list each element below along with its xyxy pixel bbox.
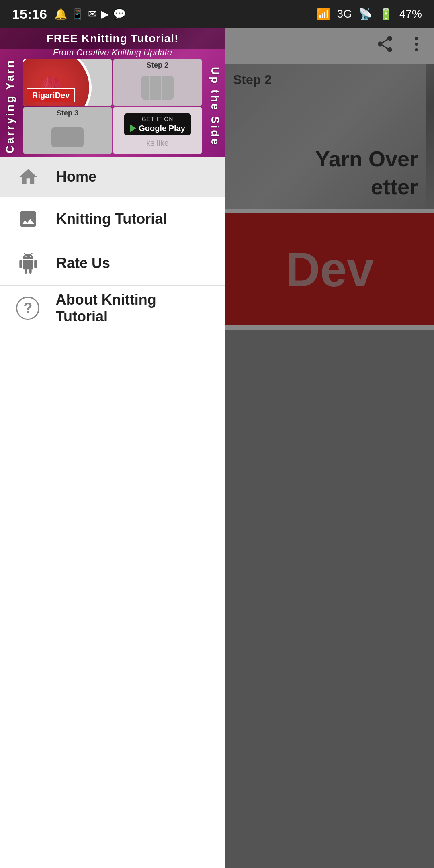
step2-label-grid: Step 2 xyxy=(147,61,168,70)
notification-icon-2: 📱 xyxy=(71,8,84,20)
looks-like-text: ks like xyxy=(146,139,169,148)
nav-item-about[interactable]: ? About Knitting Tutorial xyxy=(0,286,225,330)
drawer-empty-space xyxy=(0,330,225,868)
nav-item-home[interactable]: Home xyxy=(0,157,225,197)
grid-cell-top-left: Step 1 🧶 RigariDev xyxy=(23,59,112,106)
navigation-drawer: FREE Knitting Tutorial! From Creative Kn… xyxy=(0,28,225,868)
vertical-text-left: Carrying Yarn xyxy=(0,56,20,157)
question-icon: ? xyxy=(16,296,40,320)
play-triangle-icon xyxy=(130,124,136,132)
svg-rect-7 xyxy=(51,127,84,147)
image-icon xyxy=(16,207,40,231)
svg-rect-4 xyxy=(141,76,174,100)
header-image-grid: Step 1 🧶 RigariDev Step 2 xyxy=(20,56,205,157)
knitting-tutorial-label: Knitting Tutorial xyxy=(56,211,167,227)
drawer-header: FREE Knitting Tutorial! From Creative Kn… xyxy=(0,28,225,157)
vertical-text-right: Up the Side xyxy=(205,56,225,157)
about-label: About Knitting Tutorial xyxy=(56,291,209,325)
up-the-side-text: Up the Side xyxy=(209,67,221,146)
nav-item-rate-us[interactable]: Rate Us xyxy=(0,241,225,285)
rigari-dev-text: RigariDev xyxy=(32,91,70,100)
drawer-overlay[interactable] xyxy=(225,28,434,868)
rigari-dev-badge: RigariDev xyxy=(27,88,75,102)
grid-cell-bottom-right: GET IT ON Google Play ks like xyxy=(113,107,202,154)
notification-icon-4: ▶ xyxy=(101,8,109,20)
google-play-text: Google Play xyxy=(139,124,185,133)
step3-label-grid: Step 3 xyxy=(57,109,78,117)
rate-us-label: Rate Us xyxy=(56,255,110,272)
android-icon xyxy=(16,251,40,275)
status-bar-left: 15:16 🔔 📱 ✉ ▶ 💬 xyxy=(12,6,126,22)
notification-icon-3: ✉ xyxy=(88,8,97,20)
network-type: 3G xyxy=(337,8,352,20)
status-time: 15:16 xyxy=(12,6,47,22)
wifi-icon: 📡 xyxy=(358,8,373,21)
nav-item-knitting-tutorial[interactable]: Knitting Tutorial xyxy=(0,197,225,241)
signal-bars-icon: 📶 xyxy=(317,8,331,21)
battery-icon: 🔋 xyxy=(379,8,393,21)
notification-icon-1: 🔔 xyxy=(54,8,67,20)
home-icon xyxy=(16,165,40,189)
battery-percentage: 47% xyxy=(399,8,422,20)
google-play-badge[interactable]: GET IT ON Google Play xyxy=(124,113,191,135)
status-bar: 15:16 🔔 📱 ✉ ▶ 💬 📶 3G 📡 🔋 47% xyxy=(0,0,434,28)
google-play-label: Google Play xyxy=(130,124,185,133)
get-it-on-label: GET IT ON xyxy=(142,116,174,122)
grid-cell-top-right: Step 2 xyxy=(113,59,202,106)
header-title-text: FREE Knitting Tutorial! xyxy=(47,32,179,45)
carrying-yarn-text: Carrying Yarn xyxy=(4,59,16,154)
status-bar-right: 📶 3G 📡 🔋 47% xyxy=(317,8,422,21)
notification-icon-5: 💬 xyxy=(113,8,126,20)
home-label: Home xyxy=(56,168,96,185)
grid-cell-bottom-left: Step 3 xyxy=(23,107,112,154)
notification-icons: 🔔 📱 ✉ ▶ 💬 xyxy=(54,8,126,20)
